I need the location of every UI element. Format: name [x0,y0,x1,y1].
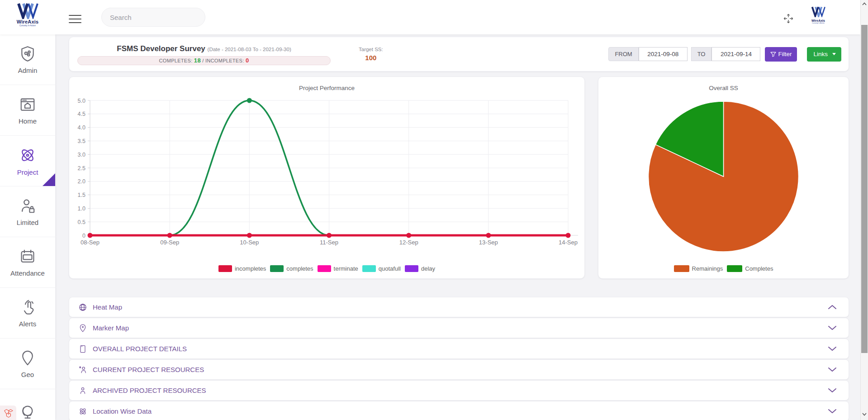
svg-text:5.0: 5.0 [78,98,85,104]
map-pin-icon [19,349,36,367]
svg-text:0.5: 0.5 [78,219,85,225]
accordion-label: CURRENT PROJECT RESOURCES [93,366,204,373]
pie-chart-title: Overall SS [598,77,849,91]
incompletes-value: 0 [246,57,249,64]
filter-button[interactable]: Filter [765,47,797,62]
user-star-icon [78,365,87,374]
chevron-down-icon[interactable] [828,325,837,330]
wireaxis-logo-icon [17,3,38,19]
accordion-label: Heat Map [93,303,122,311]
links-button[interactable]: Links [807,47,841,62]
to-date-input[interactable] [711,47,760,61]
project-performance-card: Project Performance 00.51.01.52.02.53.03… [69,76,585,279]
vertical-scrollbar[interactable] [860,0,868,420]
legend-item-quotafull[interactable]: quotafull [362,265,401,272]
search-box[interactable] [101,8,205,27]
legend-item-delay[interactable]: delay [405,265,435,272]
incompletes-swatch [218,265,232,272]
completes-pie-swatch [727,265,742,272]
mini-brand-name: WireAxis [808,19,829,22]
from-date-input[interactable] [639,47,688,61]
overall-ss-pie-chart [598,93,849,257]
svg-text:2.0: 2.0 [78,178,85,185]
scroll-up-arrow[interactable] [861,1,868,6]
sidebar-item-alerts[interactable]: Alerts [0,288,55,339]
mini-brand-tagline: Curiosity In Action [808,22,829,24]
legend-item-terminate[interactable]: terminate [318,265,358,272]
accordion-label: Location Wise Data [93,407,152,415]
chevron-down-icon[interactable] [828,346,837,351]
fullscreen-move-icon[interactable] [783,13,794,24]
browser-home-icon [19,96,36,113]
sidebar: Admin Home Project Limited [0,34,55,420]
svg-text:12-Sep: 12-Sep [399,239,418,246]
pie-chart-legend: Remainings Completes [598,265,849,272]
svg-text:0: 0 [82,233,85,239]
sidebar-item-project[interactable]: Project [0,136,55,186]
chevron-down-icon[interactable] [828,388,837,393]
sidebar-item-label: Limited [17,219,38,226]
incompletes-label: INCOMPLETES: [205,58,244,63]
accordion-archived-project-resources[interactable]: ARCHIVED PROJECT RESOURCES [69,380,849,401]
line-chart-title: Project Performance [69,77,584,91]
survey-date-range: (Date - 2021-08-03 To - 2021-09-30) [208,47,291,52]
links-button-label: Links [813,51,828,57]
target-ss-value: 100 [359,54,383,62]
user-icon [78,386,87,395]
sidebar-item-label: Home [19,117,37,125]
wireaxis-mini-logo: WireAxis Curiosity In Action [808,6,829,24]
sidebar-item-attendance[interactable]: Attendance [0,237,55,288]
document-icon [78,344,87,353]
chevron-down-icon[interactable] [828,409,837,414]
svg-text:10-Sep: 10-Sep [240,239,259,246]
accordion-location-wise-data[interactable]: Location Wise Data [69,401,849,420]
accordion-overall-project-details[interactable]: OVERALL PROJECT DETAILS [69,339,849,359]
links-dropdown-toggle[interactable] [828,47,841,62]
svg-text:1.5: 1.5 [78,192,85,198]
calendar-icon [19,248,36,265]
svg-text:1.0: 1.0 [78,205,85,212]
line-chart-legend: incompletes completes terminate quotaful… [69,265,584,272]
hamburger-menu-icon[interactable] [69,12,81,22]
sidebar-item-geo[interactable]: Geo [0,339,55,389]
completes-swatch [270,265,284,272]
svg-text:4.5: 4.5 [78,111,85,117]
svg-text:09-Sep: 09-Sep [160,239,179,246]
accordion-current-project-resources[interactable]: CURRENT PROJECT RESOURCES [69,359,849,380]
brand-name: WireAxis [12,19,43,24]
sidebar-item-label: Attendance [10,269,45,277]
scrollbar-thumb[interactable] [861,25,868,353]
svg-text:4.0: 4.0 [78,124,85,131]
svg-text:2.5: 2.5 [78,165,85,172]
sidebar-item-limited[interactable]: Limited [0,186,55,237]
accordion-heat-map[interactable]: Heat Map [69,297,849,317]
sidebar-item-home[interactable]: Home [0,85,55,136]
legend-item-remainings[interactable]: Remainings [674,265,723,272]
target-ss-block: Target SS: 100 [359,47,383,62]
accordion-marker-map[interactable]: Marker Map [69,318,849,338]
sidebar-item-admin[interactable]: Admin [0,34,55,85]
to-label: TO [691,47,712,61]
sidebar-item-label: Project [17,168,38,176]
tap-icon [19,299,36,316]
overall-ss-card: Overall SS Remainings Completes [598,76,849,279]
laravel-debug-badge[interactable] [0,406,16,420]
completes-label: COMPLETES: [159,58,193,63]
legend-item-completes-pie[interactable]: Completes [727,265,773,272]
sidebar-item-label: Alerts [19,320,36,328]
legend-item-completes[interactable]: completes [270,265,313,272]
completes-value: 18 [194,57,201,64]
brand-tagline: Curiosity In Action [12,24,43,27]
scroll-down-arrow[interactable] [861,412,868,417]
chevron-up-icon[interactable] [828,305,837,310]
from-label: FROM [608,47,638,61]
svg-text:13-Sep: 13-Sep [479,239,498,246]
atom-icon [78,407,87,416]
survey-header-card: FSMS Developer Survey (Date - 2021-08-03… [69,37,849,72]
survey-title: FSMS Developer Survey [117,44,205,53]
pill-separator: / [202,58,204,63]
legend-item-incompletes[interactable]: incompletes [218,265,266,272]
chevron-down-icon[interactable] [828,367,837,372]
search-input[interactable] [110,14,200,21]
filter-button-label: Filter [778,51,792,57]
